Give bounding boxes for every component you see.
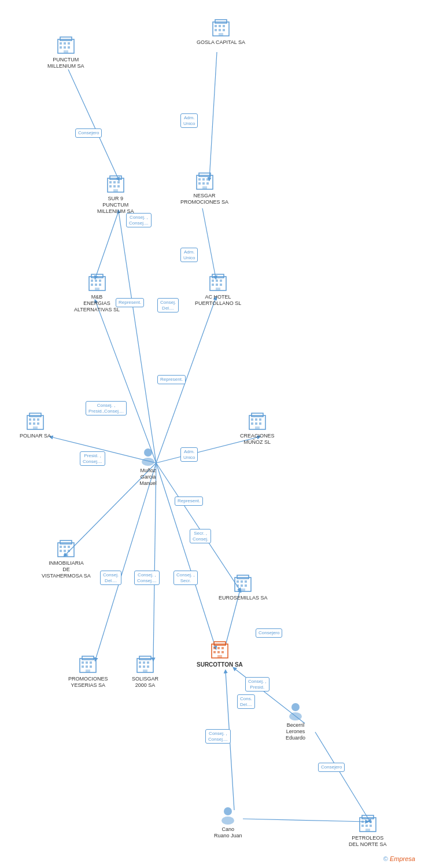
- svg-rect-53: [206, 182, 209, 185]
- svg-rect-58: [95, 279, 97, 282]
- svg-rect-76: [33, 418, 35, 421]
- svg-rect-77: [37, 418, 39, 421]
- svg-rect-24: [215, 29, 217, 31]
- svg-rect-74: [29, 413, 41, 417]
- svg-rect-113: [213, 647, 216, 649]
- svg-line-11: [153, 463, 156, 660]
- node-eurosemillas: EUROSEMILLAS SA: [219, 573, 268, 601]
- svg-rect-54: [202, 186, 207, 189]
- svg-rect-90: [255, 426, 260, 429]
- node-gosla: GOSLA CAPITAL SA: [197, 17, 245, 46]
- svg-rect-81: [33, 426, 38, 429]
- node-promociones: PROMOCIONESYESERIAS SA: [68, 654, 108, 689]
- watermark: © Empresa: [383, 855, 415, 862]
- svg-rect-100: [68, 550, 70, 552]
- svg-rect-49: [202, 178, 205, 181]
- svg-rect-45: [113, 189, 118, 192]
- svg-rect-98: [60, 550, 62, 552]
- svg-rect-109: [245, 584, 247, 587]
- svg-rect-20: [215, 20, 227, 23]
- svg-rect-137: [143, 670, 147, 672]
- badge-presid-consej-1: Presid. ,Consej....: [80, 451, 105, 466]
- node-inmobiliaria: INMOBILIARIADEVISTAHERMOSA SA: [42, 538, 91, 579]
- svg-rect-30: [60, 42, 62, 45]
- svg-rect-133: [147, 661, 149, 664]
- svg-rect-23: [223, 25, 225, 27]
- svg-rect-71: [220, 284, 222, 286]
- svg-rect-75: [29, 418, 31, 421]
- svg-rect-63: [95, 288, 99, 290]
- svg-rect-146: [370, 821, 372, 823]
- svg-rect-31: [64, 42, 66, 45]
- svg-rect-89: [259, 422, 261, 425]
- svg-rect-69: [212, 284, 214, 286]
- svg-rect-107: [237, 584, 239, 587]
- svg-rect-122: [82, 661, 84, 664]
- node-sur9: SUR 9PUNCTUMMILLENIUM SA: [97, 174, 134, 214]
- svg-rect-62: [99, 284, 101, 286]
- svg-rect-36: [64, 50, 68, 53]
- svg-rect-41: [117, 181, 120, 183]
- svg-point-92: [142, 458, 154, 466]
- svg-rect-86: [259, 418, 261, 421]
- node-solisgar: SOLISGAR2000 SA: [132, 654, 158, 689]
- badge-consej-presid-1: Consej. ,Presid.,Consej....: [86, 401, 127, 415]
- svg-rect-56: [91, 274, 103, 278]
- svg-rect-126: [86, 665, 88, 668]
- svg-line-6: [119, 211, 156, 463]
- svg-rect-103: [237, 575, 249, 579]
- svg-rect-96: [64, 546, 66, 548]
- svg-point-140: [224, 807, 232, 815]
- svg-rect-112: [214, 642, 226, 645]
- svg-rect-135: [143, 665, 145, 668]
- svg-rect-66: [212, 279, 214, 282]
- svg-rect-59: [99, 279, 101, 282]
- badge-consej-2: Consej. ,Consej....: [134, 571, 160, 585]
- svg-rect-119: [217, 655, 222, 658]
- svg-rect-67: [216, 279, 218, 282]
- node-punctum: PUNCTUMMILLENIUM SA: [47, 35, 84, 69]
- svg-rect-131: [139, 661, 141, 664]
- svg-rect-145: [365, 821, 368, 823]
- svg-rect-144: [361, 821, 364, 823]
- svg-rect-123: [86, 661, 88, 664]
- svg-line-12: [156, 463, 216, 648]
- svg-rect-40: [113, 181, 116, 183]
- svg-rect-65: [212, 274, 224, 278]
- svg-rect-121: [82, 656, 94, 660]
- svg-rect-143: [362, 815, 374, 819]
- svg-rect-57: [91, 279, 93, 282]
- svg-rect-127: [90, 665, 92, 668]
- svg-rect-47: [199, 173, 211, 176]
- svg-rect-50: [206, 178, 209, 181]
- badge-represent-3: Represent.: [175, 496, 203, 506]
- svg-rect-128: [86, 670, 90, 672]
- badge-consejero-3: Consejero: [318, 763, 345, 772]
- node-nesgar: NESGARPROMOCIONES SA: [180, 171, 228, 205]
- svg-rect-22: [219, 25, 221, 27]
- svg-rect-25: [219, 29, 221, 31]
- svg-rect-85: [255, 418, 257, 421]
- badge-adm-unico-2: Adm.Unico: [180, 248, 198, 262]
- badge-consej-1: Consej. ,Consej....: [126, 213, 152, 227]
- svg-rect-118: [221, 651, 224, 653]
- svg-rect-34: [64, 46, 66, 49]
- node-mb: M&BENERGIASALTERNATIVAS SL: [74, 272, 120, 312]
- svg-rect-51: [198, 182, 201, 185]
- badge-represent-2: Represent.: [157, 375, 186, 384]
- svg-line-1: [68, 69, 119, 179]
- svg-line-13: [156, 463, 240, 590]
- svg-rect-132: [143, 661, 145, 664]
- svg-rect-94: [60, 540, 72, 544]
- svg-rect-114: [217, 647, 220, 649]
- svg-rect-35: [68, 46, 70, 49]
- svg-rect-136: [147, 665, 149, 668]
- badge-cons-del-1: Cons.Del....: [237, 694, 255, 709]
- svg-rect-38: [110, 176, 121, 179]
- badge-secr-consej-1: Secr. ,Consej.: [190, 529, 211, 543]
- svg-rect-125: [82, 665, 84, 668]
- svg-rect-88: [255, 422, 257, 425]
- svg-line-5: [95, 301, 156, 463]
- badge-consej-3: Consej. ,Consej....: [205, 729, 231, 744]
- svg-rect-101: [64, 554, 68, 557]
